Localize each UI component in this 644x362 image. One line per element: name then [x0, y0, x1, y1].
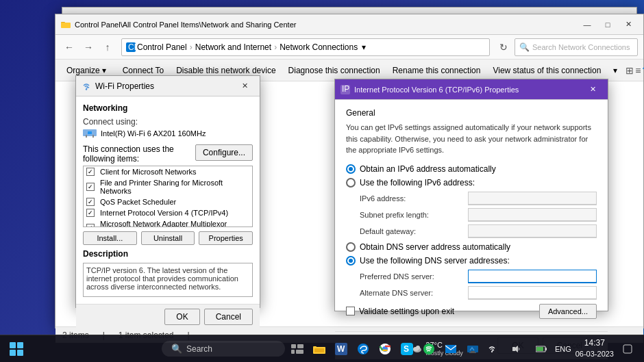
subnet-input[interactable]	[468, 208, 597, 222]
cp-main-minimize[interactable]: —	[578, 18, 597, 31]
cp-main-close[interactable]: ✕	[619, 18, 638, 31]
items-list[interactable]: Client for Microsoft NetworksFile and Pr…	[83, 166, 253, 227]
properties-button[interactable]: Properties	[199, 231, 253, 245]
wifi-props-controls[interactable]: ✕	[235, 79, 254, 93]
install-button[interactable]: Install...	[83, 231, 137, 245]
cp-main-maximize[interactable]: □	[598, 18, 617, 31]
taskview-svg	[291, 344, 304, 354]
wifi-props-dialog: Wi-Fi Properties ✕ Networking Connect us…	[75, 75, 260, 308]
cp-main-controls[interactable]: — □ ✕	[578, 18, 638, 31]
list-item-checkbox[interactable]	[86, 183, 95, 191]
svg-rect-3	[61, 23, 71, 28]
skype-icon[interactable]: S	[397, 339, 417, 359]
advanced-button[interactable]: Advanced...	[539, 304, 597, 319]
auto-dns-radio[interactable]	[346, 242, 356, 252]
notif-svg	[623, 344, 632, 354]
preferred-dns-input[interactable]	[468, 270, 597, 283]
word-svg: W	[335, 343, 347, 355]
view-toggle-2[interactable]: ≡	[635, 62, 641, 79]
list-item[interactable]: Client for Microsoft Networks	[84, 166, 252, 177]
validate-checkbox[interactable]	[346, 307, 355, 315]
spotify-icon[interactable]	[419, 339, 438, 359]
networking-label: Networking	[83, 103, 253, 113]
language-indicator[interactable]: ENG	[555, 345, 571, 353]
configure-button[interactable]: Configure...	[195, 144, 253, 161]
svg-text:IP: IP	[342, 85, 349, 94]
back-button[interactable]: ←	[61, 39, 77, 55]
cp-main-titlebar[interactable]: Control Panel\All Control Panel Items\Ne…	[55, 14, 643, 35]
diagnose-button[interactable]: Diagnose this connection	[283, 62, 386, 79]
network-taskbar-icon[interactable]	[463, 339, 482, 359]
view-status-button[interactable]: View status of this connection	[487, 62, 606, 79]
path-dropdown[interactable]: ▾	[362, 42, 366, 52]
manual-ip-radio-row[interactable]: Use the following IPv6 address:	[346, 178, 597, 188]
wifi-props-cancel[interactable]: Cancel	[204, 309, 253, 325]
list-item[interactable]: QoS Packet Scheduler	[84, 196, 252, 207]
rename-button[interactable]: Rename this connection	[387, 62, 486, 79]
speaker-icon	[512, 344, 521, 354]
path-control-panel[interactable]: Control Panel	[137, 42, 187, 52]
list-item[interactable]: File and Printer Sharing for Microsoft N…	[84, 177, 252, 196]
description-label: Description	[83, 249, 253, 259]
search-icon: 🔍	[171, 344, 182, 354]
taskbar-search[interactable]: 🔍 Search	[162, 341, 285, 357]
manual-dns-radio-row[interactable]: Use the following DNS server addresses:	[346, 256, 597, 266]
start-button[interactable]	[5, 338, 27, 360]
word-icon[interactable]: W	[332, 339, 351, 359]
more-button[interactable]: ▾	[608, 62, 623, 79]
list-item[interactable]: Internet Protocol Version 4 (TCP/IPv4)	[84, 207, 252, 218]
address-path[interactable]: CP Control Panel › Network and Internet …	[121, 38, 490, 56]
ipv6-controls[interactable]: ✕	[583, 83, 602, 96]
explorer-svg	[313, 344, 325, 354]
list-item-checkbox[interactable]	[86, 224, 95, 227]
sound-tray-icon[interactable]	[507, 339, 526, 359]
list-item-label: QoS Packet Scheduler	[100, 198, 176, 206]
gateway-input[interactable]	[468, 224, 597, 238]
auto-ip-radio[interactable]	[346, 164, 356, 174]
up-button[interactable]: ↑	[99, 39, 116, 55]
svg-rect-27	[291, 350, 295, 354]
list-item-label: Client for Microsoft Networks	[100, 168, 197, 176]
alternate-dns-input[interactable]	[468, 286, 597, 300]
ipv6-address-input[interactable]	[468, 192, 597, 205]
address-bar: ← → ↑ CP Control Panel › Network and Int…	[55, 35, 643, 60]
notification-icon[interactable]	[618, 339, 637, 359]
search-box-addr[interactable]: 🔍 Search Network Connections	[515, 38, 638, 56]
list-item[interactable]: Microsoft Network Adapter Multiplexor Pr…	[84, 218, 252, 227]
wifi-props-title: Wi-Fi Properties	[82, 81, 154, 91]
time-display: 14:37	[575, 337, 614, 349]
list-item-checkbox[interactable]	[86, 168, 95, 176]
validate-row[interactable]: Validate settings upon exit	[346, 307, 454, 316]
clock[interactable]: 14:37 06-03-2023	[575, 337, 614, 359]
svg-rect-48	[512, 347, 515, 351]
alternate-dns-row: Alternate DNS server:	[360, 286, 597, 300]
list-item-checkbox[interactable]	[86, 209, 95, 217]
forward-button[interactable]: →	[80, 39, 97, 55]
wifi-props-titlebar[interactable]: Wi-Fi Properties ✕	[76, 76, 260, 96]
ipv6-icon: IP	[340, 85, 350, 94]
auto-dns-radio-row[interactable]: Obtain DNS server address automatically	[346, 242, 597, 252]
ipv6-close[interactable]: ✕	[583, 83, 602, 96]
uninstall-button[interactable]: Uninstall	[141, 231, 195, 245]
alternate-dns-label: Alternate DNS server:	[360, 289, 462, 297]
network-tray-icon[interactable]	[482, 339, 501, 359]
taskview-icon[interactable]	[288, 339, 307, 359]
refresh-button[interactable]: ↻	[495, 39, 512, 55]
svg-rect-14	[92, 135, 94, 138]
mail-icon[interactable]	[441, 339, 460, 359]
path-network-connections[interactable]: Network Connections	[280, 42, 358, 52]
preferred-dns-label: Preferred DNS server:	[360, 272, 462, 281]
ipv6-titlebar[interactable]: IP Internet Protocol Version 6 (TCP/IPv6…	[335, 79, 608, 100]
edge-icon[interactable]	[354, 339, 373, 359]
list-item-checkbox[interactable]	[86, 198, 95, 206]
wifi-props-close[interactable]: ✕	[235, 79, 254, 93]
battery-icon[interactable]	[532, 339, 551, 359]
chrome-icon[interactable]	[375, 339, 395, 359]
auto-ip-radio-row[interactable]: Obtain an IPv6 address automatically	[346, 164, 597, 174]
path-network-internet[interactable]: Network and Internet	[195, 42, 271, 52]
view-toggle-1[interactable]: ⊞	[626, 62, 634, 79]
file-explorer-icon[interactable]	[310, 339, 329, 359]
wifi-props-ok[interactable]: OK	[164, 309, 199, 325]
manual-ip-radio[interactable]	[346, 178, 356, 188]
manual-dns-radio[interactable]	[346, 256, 356, 266]
